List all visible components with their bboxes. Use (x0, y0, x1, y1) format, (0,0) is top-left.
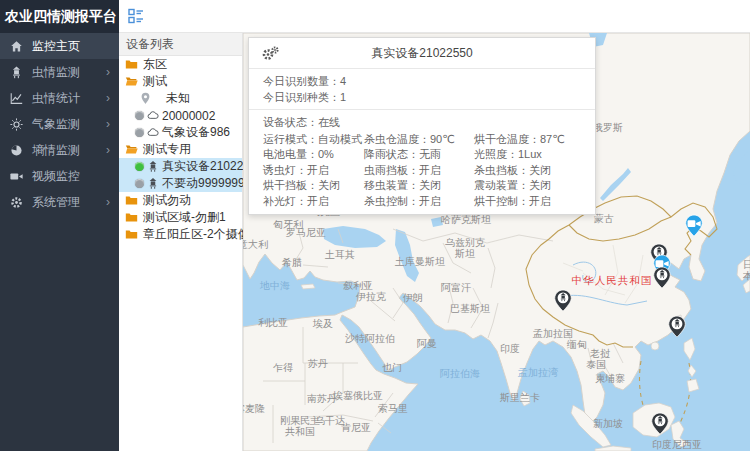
popup-summary-line: 今日识别种类：1 (263, 89, 595, 105)
device-tree: 东区测试未知20000002气象设备986测试专用真实设备21022550不要动… (119, 56, 242, 243)
device-marker[interactable] (651, 412, 669, 435)
popup-field: 补光灯：开启 (263, 194, 364, 209)
device-marker[interactable] (554, 289, 572, 312)
device-info-popup: 真实设备21022550 今日识别数量：4今日识别种类：1 设备状态：在线 运行… (248, 37, 596, 215)
chevron-right-icon: › (106, 143, 110, 157)
sun-icon (10, 118, 23, 131)
settings-gears-icon[interactable] (262, 46, 279, 61)
popup-field: 移虫装置：关闭 (364, 178, 474, 193)
popup-field: 光照度：1Lux (474, 147, 595, 162)
popup-field: 虫雨挡板：开启 (364, 163, 474, 178)
popup-field: 降雨状态：无雨 (364, 147, 474, 162)
status-dot-gray (135, 128, 144, 137)
status-dot-green (135, 162, 144, 171)
lamp-icon (10, 66, 23, 79)
device-list-panel: 设备列表 东区测试未知20000002气象设备986测试专用真实设备210225… (119, 33, 243, 451)
sidebar-item-label: 系统管理 (32, 194, 106, 211)
tree-device[interactable]: 气象设备986 (119, 124, 242, 141)
sidebar-item-home[interactable]: 监控主页 (0, 33, 119, 59)
status-dot-gray (135, 179, 144, 188)
popup-field: 杀虫仓温度：90℃ (364, 132, 474, 147)
popup-header: 真实设备21022550 (249, 38, 595, 69)
device-marker[interactable] (653, 266, 671, 289)
tree-device[interactable]: 不要动99999999 (119, 175, 242, 192)
tree-label: 气象设备986 (162, 124, 230, 141)
tree-label: 东区 (143, 56, 167, 73)
video-icon (10, 170, 23, 183)
camera-marker[interactable] (685, 214, 703, 237)
device-marker[interactable] (668, 315, 686, 338)
sidebar-item-label: 视频监控 (32, 168, 119, 185)
popup-field: 烘干仓温度：87℃ (474, 132, 595, 147)
popup-grid: 运行模式：自动模式杀虫仓温度：90℃烘干仓温度：87℃电池电量：0%降雨状态：无… (249, 130, 595, 214)
popup-field: 运行模式：自动模式 (263, 132, 364, 147)
tree-folder[interactable]: 章丘阳丘区-2个摄像头 (119, 226, 242, 243)
status-dot-gray (135, 111, 144, 120)
tree-folder[interactable]: 东区 (119, 56, 242, 73)
device-status-line: 设备状态：在线 (249, 110, 595, 130)
sidebar-item-label: 虫情统计 (32, 90, 106, 107)
popup-field: 杀虫控制：开启 (364, 194, 474, 209)
sidebar-item-chart[interactable]: 虫情统计› (0, 85, 119, 111)
folder-closed-icon (125, 58, 138, 71)
cloud-icon (147, 126, 159, 139)
popup-summary: 今日识别数量：4今日识别种类：1 (249, 69, 595, 110)
home-icon (10, 40, 23, 53)
sidebar-item-globe[interactable]: 墒情监测› (0, 137, 119, 163)
topbar (119, 0, 750, 33)
popup-device-title: 真实设备21022550 (249, 45, 595, 62)
tree-label: 20000002 (162, 109, 215, 123)
sidebar-item-lamp[interactable]: 虫情监测› (0, 59, 119, 85)
insect-lamp-icon (147, 160, 159, 173)
sidebar-menu: 监控主页虫情监测›虫情统计›气象监测›墒情监测›视频监控系统管理› (0, 33, 119, 215)
tree-label: 未知 (166, 90, 190, 107)
tree-label: 测试 (143, 73, 167, 90)
popup-detail: 设备状态：在线 运行模式：自动模式杀虫仓温度：90℃烘干仓温度：87℃电池电量：… (249, 110, 595, 214)
folder-closed-icon (125, 228, 138, 241)
chevron-right-icon: › (106, 65, 110, 79)
map-pin-icon (139, 92, 152, 105)
tree-folder[interactable]: 测试区域-勿删1 (119, 209, 242, 226)
popup-field: 烘干控制：开启 (474, 194, 595, 209)
device-list-header: 设备列表 (119, 33, 242, 56)
sidebar-item-label: 墒情监测 (32, 142, 106, 159)
globe-icon (10, 144, 23, 157)
layout-list-icon[interactable] (128, 8, 144, 24)
sidebar-item-video[interactable]: 视频监控 (0, 163, 119, 189)
tree-device[interactable]: 20000002 (119, 107, 242, 124)
folder-closed-icon (125, 194, 138, 207)
sidebar-item-label: 气象监测 (32, 116, 106, 133)
popup-field: 杀虫挡板：关闭 (474, 163, 595, 178)
sidebar-item-label: 虫情监测 (32, 64, 106, 81)
tree-label: 测试区域-勿删1 (143, 209, 226, 226)
popup-field: 电池电量：0% (263, 147, 364, 162)
tree-folder[interactable]: 测试 (119, 73, 242, 90)
popup-field: 震动装置：关闭 (474, 178, 595, 193)
sidebar-item-gear[interactable]: 系统管理› (0, 189, 119, 215)
chart-icon (10, 92, 23, 105)
popup-field: 烘干挡板：关闭 (263, 178, 364, 193)
tree-folder[interactable]: 测试专用 (119, 141, 242, 158)
sidebar: 农业四情测报平台 监控主页虫情监测›虫情统计›气象监测›墒情监测›视频监控系统管… (0, 0, 119, 451)
tree-folder[interactable]: 测试勿动 (119, 192, 242, 209)
app-title: 农业四情测报平台 (0, 0, 119, 33)
cloud-icon (147, 109, 159, 122)
gear-icon (10, 196, 23, 209)
tree-label: 测试专用 (143, 141, 191, 158)
insect-lamp-icon (147, 177, 159, 190)
tree-device[interactable]: 未知 (119, 90, 242, 107)
chevron-right-icon: › (106, 117, 110, 131)
tree-label: 不要动99999999 (162, 175, 251, 192)
tree-device[interactable]: 真实设备21022550 (119, 158, 242, 175)
chevron-right-icon: › (106, 195, 110, 209)
sidebar-item-label: 监控主页 (32, 38, 119, 55)
folder-closed-icon (125, 211, 138, 224)
popup-field: 诱虫灯：开启 (263, 163, 364, 178)
folder-open-icon (125, 75, 138, 88)
folder-open-icon (125, 143, 138, 156)
popup-summary-line: 今日识别数量：4 (263, 73, 595, 89)
tree-label: 测试勿动 (143, 192, 191, 209)
chevron-right-icon: › (106, 91, 110, 105)
sidebar-item-sun[interactable]: 气象监测› (0, 111, 119, 137)
